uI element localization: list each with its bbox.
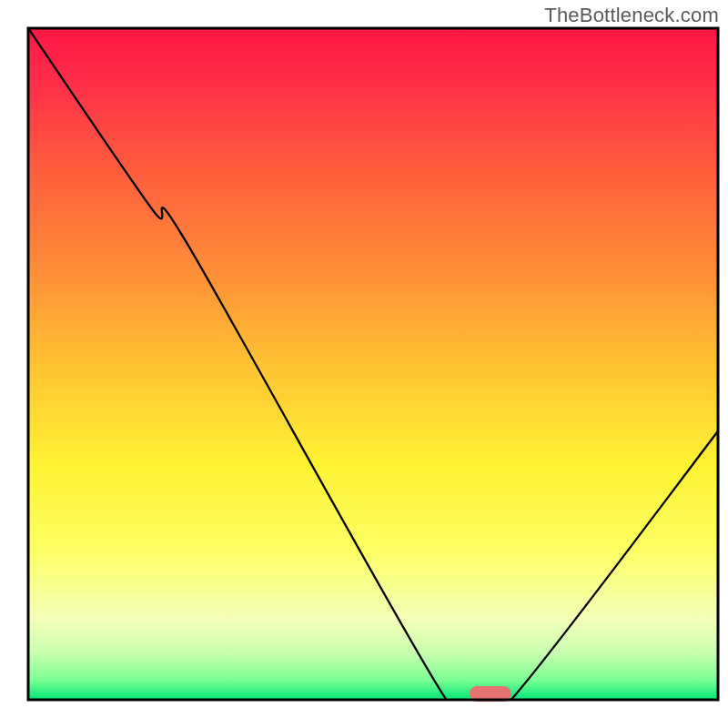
watermark-text: TheBottleneck.com [544,4,719,27]
bottom-gutter [0,702,728,728]
chart-container: TheBottleneck.com [0,0,728,728]
plot-background [28,28,718,700]
bottleneck-chart [0,0,728,728]
